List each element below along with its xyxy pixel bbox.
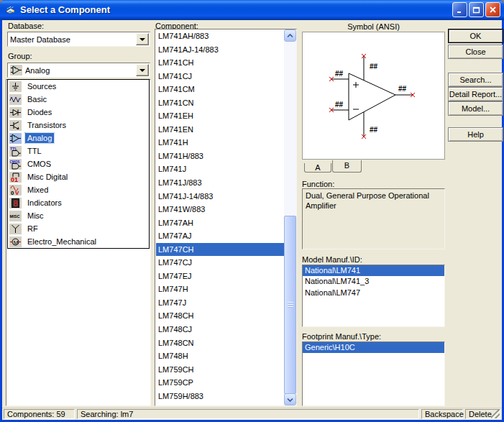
- group-list-item[interactable]: 0V Mixed: [8, 183, 149, 196]
- component-list-item[interactable]: LM741CH: [156, 56, 284, 70]
- pin-label: ##: [370, 126, 378, 134]
- ok-button[interactable]: OK: [448, 29, 503, 43]
- component-list-item[interactable]: LM747AH: [156, 216, 284, 230]
- maximize-button[interactable]: [469, 2, 484, 17]
- group-list-item[interactable]: 8 Indicators: [8, 196, 149, 209]
- scroll-thumb[interactable]: [284, 216, 296, 394]
- component-list-item[interactable]: LM747CJ: [156, 256, 284, 270]
- model-button[interactable]: Model...: [448, 101, 503, 116]
- group-list-item[interactable]: Basic: [8, 93, 149, 106]
- group-list-item[interactable]: TTL TTL: [8, 145, 149, 157]
- group-list-item[interactable]: Analog: [8, 132, 149, 145]
- indicators-icon: 8: [9, 198, 22, 208]
- close-button[interactable]: [485, 2, 500, 17]
- thumb-grip-icon: [288, 302, 293, 308]
- symbol-tab-a[interactable]: A: [304, 163, 331, 173]
- minimize-button[interactable]: [452, 2, 467, 17]
- scroll-up-button[interactable]: [284, 29, 296, 42]
- model-list-item[interactable]: National\LM741: [303, 265, 444, 276]
- component-list-item[interactable]: LM759CH: [156, 363, 284, 377]
- symbol-preview: ## ## ## ## ##: [302, 32, 445, 160]
- close-dialog-button[interactable]: Close: [448, 45, 503, 59]
- group-combo[interactable]: Analog: [7, 63, 150, 78]
- component-list-item[interactable]: LM741J-14/883: [156, 190, 284, 203]
- group-list-item[interactable]: MISC Misc: [8, 209, 149, 222]
- group-list-item[interactable]: Sources: [8, 80, 149, 93]
- svg-text:M: M: [14, 239, 19, 245]
- database-combo[interactable]: Master Database: [7, 32, 150, 47]
- component-list-item[interactable]: LM748CH: [156, 309, 284, 323]
- resize-grip[interactable]: [491, 410, 500, 418]
- component-list-item[interactable]: LM748CJ: [156, 323, 284, 336]
- model-label: Model Manuf.\ID:: [302, 255, 362, 264]
- component-list-item[interactable]: LM741CN: [156, 96, 284, 110]
- help-button[interactable]: Help: [448, 127, 503, 142]
- group-list-item[interactable]: 01 Misc Digital: [8, 170, 149, 183]
- component-list-item[interactable]: LM747H: [156, 283, 284, 296]
- analog-icon: [9, 133, 22, 144]
- database-label: Database:: [8, 22, 44, 30]
- pin-label: ##: [335, 101, 344, 109]
- database-dropdown-button[interactable]: [136, 33, 149, 45]
- component-list-item[interactable]: LM741CM: [156, 83, 284, 96]
- diodes-icon: [9, 107, 22, 118]
- component-list-item[interactable]: LM741AH/883: [156, 29, 284, 43]
- group-list-item[interactable]: CMOS CMOS: [8, 157, 149, 170]
- vertical-scrollbar[interactable]: [284, 29, 296, 405]
- opamp-symbol: ## ## ## ## ##: [303, 32, 444, 159]
- component-list-item[interactable]: LM759H/883: [156, 390, 284, 403]
- dialog-content: Database: Master Database Group: Analog …: [2, 20, 502, 420]
- function-label: Function:: [302, 180, 334, 188]
- database-value: Master Database: [8, 35, 135, 44]
- footprint-list: Generic\H10C: [302, 341, 445, 406]
- component-list-item[interactable]: LM741H: [156, 136, 284, 150]
- model-list-item[interactable]: National\LM747: [303, 288, 444, 298]
- misc-icon: MISC: [9, 211, 22, 221]
- component-list-item[interactable]: LM748H: [156, 349, 284, 363]
- chevron-up-icon: [287, 34, 293, 38]
- component-list-item[interactable]: LM741AJ-14/883: [156, 43, 284, 57]
- symbol-tab-b[interactable]: B: [332, 160, 362, 173]
- delete-panel: Delete: [465, 409, 500, 419]
- group-dropdown-button[interactable]: [136, 64, 149, 76]
- component-list-item[interactable]: LM741H/883: [156, 150, 284, 163]
- sources-icon: [9, 81, 22, 92]
- pin-label: ##: [335, 70, 344, 78]
- search-button[interactable]: Search...: [448, 73, 503, 87]
- component-list-item[interactable]: LM747EJ: [156, 270, 284, 283]
- group-list-item[interactable]: Diodes: [8, 106, 149, 119]
- component-list-item[interactable]: LM741EN: [156, 123, 284, 137]
- component-list-item[interactable]: LM741W/883: [156, 203, 284, 216]
- group-value: Analog: [25, 66, 50, 75]
- pin-label: ##: [370, 63, 378, 70]
- component-list-item[interactable]: LM741J: [156, 162, 284, 176]
- component-list-item[interactable]: LM747CH: [156, 243, 284, 257]
- titlebar[interactable]: Select a Component: [0, 0, 504, 20]
- place-component-icon: [4, 4, 17, 15]
- transistors-icon: [9, 120, 22, 131]
- misc-digital-icon: 01: [9, 172, 22, 183]
- component-list-item[interactable]: LM741EH: [156, 109, 284, 123]
- pin-label: ##: [398, 85, 407, 93]
- component-list-item[interactable]: LM747AJ: [156, 229, 284, 243]
- window-title: Select a Component: [20, 4, 451, 15]
- side-button-column: OK Close Search... Detail Report... Mode…: [448, 20, 504, 236]
- group-list-item[interactable]: M Electro_Mechanical: [8, 235, 149, 248]
- footprint-list-item[interactable]: Generic\H10C: [303, 342, 444, 353]
- component-list-item[interactable]: LM741CJ: [156, 70, 284, 83]
- symbol-title: Symbol (ANSI): [302, 22, 445, 31]
- component-list-item[interactable]: LM759MH: [156, 403, 284, 405]
- group-list-item[interactable]: RF: [8, 222, 149, 235]
- component-list-item[interactable]: LM759CP: [156, 376, 284, 390]
- component-list-item[interactable]: LM747J: [156, 296, 284, 310]
- component-list-item[interactable]: LM748CN: [156, 336, 284, 350]
- detail-report-button[interactable]: Detail Report...: [448, 87, 503, 101]
- group-dropdown-list: Sources Basic Diodes Transistors: [7, 79, 150, 249]
- ttl-icon: TTL: [9, 146, 22, 157]
- rf-icon: [9, 224, 22, 234]
- select-component-dialog: Select a Component Database: Master Data…: [0, 0, 504, 422]
- scroll-down-button[interactable]: [284, 393, 296, 405]
- group-list-item[interactable]: Transistors: [8, 119, 149, 132]
- model-list-item[interactable]: National\LM741_3: [303, 276, 444, 287]
- component-list-item[interactable]: LM741J/883: [156, 176, 284, 190]
